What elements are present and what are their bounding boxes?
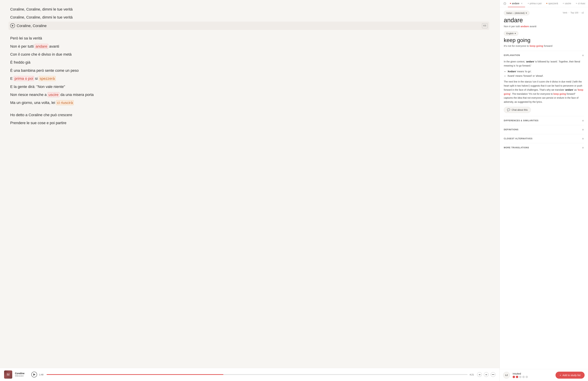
explanation-list: 'Andare' means 'to go'. 'Avanti' means '… xyxy=(507,70,584,78)
explanation-para-2: The next line in the stanza 'con il cuor… xyxy=(504,80,584,104)
level-label: L2 xyxy=(505,374,508,376)
word-highlight[interactable]: uscire xyxy=(48,92,59,97)
lyric-line-words[interactable]: Non è per tutti andare avanti xyxy=(10,42,489,50)
lyric-line[interactable]: Coraline, Coraline, dimmi le tue verità xyxy=(10,5,489,13)
word-context: Non è per tutti andare avanti xyxy=(504,25,584,28)
translation-lang-button[interactable]: English ▾ xyxy=(504,31,518,36)
translation-context: It's not for everyone to keep going forw… xyxy=(504,44,584,47)
translation-title: keep going xyxy=(504,37,584,43)
word-meta: Verb Top 100 x2 xyxy=(563,11,584,14)
tabs-bar: andare ✕ prima o poi spezzerà uscire ci … xyxy=(500,0,588,7)
explanation-li-2: 'Avanti' means 'forward' or 'ahead'. xyxy=(507,74,584,78)
lyric-line-active[interactable]: Coraline, CoralineCC xyxy=(8,21,489,30)
word-panel: Italian – (detected) ▾ Verb Top 100 x2 a… xyxy=(500,7,588,369)
explanation-title: EXPLANATION xyxy=(504,54,520,57)
tab-dot-prima xyxy=(528,3,529,4)
tab-spezzera[interactable]: spezzerà xyxy=(544,0,560,7)
closest-header[interactable]: CLOSEST ALTERNATIVES ∨ xyxy=(504,134,584,143)
tab-uscire[interactable]: uscire xyxy=(561,0,573,7)
tab-prima-o-poi[interactable]: prima o poi xyxy=(526,0,544,7)
tab-label-andare: andare xyxy=(512,2,519,5)
lyric-line-words[interactable]: Non riesce neanche a uscire da una miser… xyxy=(10,91,489,99)
word-highlight[interactable]: ci riuscirà xyxy=(56,100,74,105)
word-multiplier: x2 xyxy=(582,11,584,14)
tab-dot-ciriusc xyxy=(576,3,577,4)
definitions-title: DEFINITIONS xyxy=(504,128,519,131)
differences-header[interactable]: DIFFERENCES & SIMILARITIES ∨ xyxy=(504,116,584,125)
explanation-para-1: In the given context, 'andare' is follow… xyxy=(504,60,584,68)
more-translations-section: MORE TRANSLATIONS ∨ xyxy=(504,143,584,152)
lyric-line[interactable]: È una bambina però sente come un peso xyxy=(10,67,489,74)
dot-3 xyxy=(519,376,522,378)
tab-label-spezzera: spezzerà xyxy=(548,2,558,5)
source-lang-label: Italian – (detected) xyxy=(506,12,525,14)
translation-lang-dropdown-icon: ▾ xyxy=(515,32,516,35)
more-translations-chevron: ∨ xyxy=(582,146,584,149)
chat-label: Chat about this xyxy=(512,108,528,111)
tab-close-andare[interactable]: ✕ xyxy=(521,2,523,5)
more-translations-title: MORE TRANSLATIONS xyxy=(504,146,529,149)
add-study-icon: + xyxy=(560,374,561,377)
dot-2 xyxy=(516,376,518,378)
lyric-line[interactable]: Però lei sa la verità xyxy=(10,34,489,42)
progress-bar-fill xyxy=(47,374,223,375)
differences-chevron: ∨ xyxy=(582,119,584,122)
chat-about-this-button[interactable]: 💬 Chat about this xyxy=(504,107,531,113)
definitions-header[interactable]: DEFINITIONS ∨ xyxy=(504,125,584,134)
word-context-highlight: andare xyxy=(521,25,529,28)
lyric-line-multiword[interactable]: E prima o poi si spezzerà xyxy=(10,75,489,82)
word-type: Verb xyxy=(563,11,567,14)
explanation-li-1: 'Andare' means 'to go'. xyxy=(507,70,584,74)
progress-bar[interactable] xyxy=(47,374,467,375)
differences-title: DIFFERENCES & SIMILARITIES xyxy=(504,120,539,122)
more-options-button[interactable]: ••• xyxy=(491,372,495,377)
play-pause-button[interactable] xyxy=(31,372,37,378)
more-translations-header[interactable]: MORE TRANSLATIONS ∨ xyxy=(504,143,584,152)
add-to-study-list-button[interactable]: + Add to study list xyxy=(555,372,585,379)
lyric-line[interactable]: Coraline, Coraline, dimmi le tue verità xyxy=(10,13,489,21)
tab-andare[interactable]: andare ✕ xyxy=(508,0,525,7)
intuited-info: Intuited xyxy=(513,372,528,378)
lyric-line[interactable]: È freddo già xyxy=(10,59,489,66)
tab-label-prima: prima o poi xyxy=(530,2,542,5)
definitions-section: DEFINITIONS ∨ xyxy=(504,125,584,134)
add-study-label: Add to study list xyxy=(563,374,581,377)
explanation-header[interactable]: EXPLANATION ∧ xyxy=(504,51,584,60)
skip-back-button[interactable]: ⏮ xyxy=(477,372,482,377)
history-button[interactable] xyxy=(503,0,507,7)
lyric-line[interactable]: Con il cuore che è diviso in due metà xyxy=(10,51,489,58)
album-art xyxy=(4,370,12,379)
intuited-label: Intuited xyxy=(513,372,528,375)
song-artist: Måneskin xyxy=(15,375,29,377)
lyric-line[interactable]: E la gente dirà: "Non vale niente" xyxy=(10,83,489,90)
skip-forward-button[interactable]: ⏭ xyxy=(484,372,489,377)
kw-andare-1: andare xyxy=(526,60,534,63)
explanation-section: EXPLANATION ∧ In the given context, 'and… xyxy=(504,51,584,116)
play-inline-button[interactable] xyxy=(10,23,15,28)
lyric-line[interactable]: Ho detto a Coraline che può crescere xyxy=(10,111,489,119)
source-lang-button[interactable]: Italian – (detected) ▾ xyxy=(504,11,529,15)
word-highlight[interactable]: andare xyxy=(35,44,48,49)
word-frequency: Top 100 xyxy=(570,11,578,14)
tab-dot-andare xyxy=(510,3,511,4)
word-title: andare xyxy=(504,17,584,24)
bottom-bar: L2 Intuited + Add to study list xyxy=(500,369,588,381)
cc-badge[interactable]: CC xyxy=(482,23,488,28)
tab-ci-riusc[interactable]: ci riusc xyxy=(574,0,588,7)
tab-dot-uscire xyxy=(563,3,564,4)
closest-section: CLOSEST ALTERNATIVES ∨ xyxy=(504,134,584,143)
lyric-line[interactable]: Prendere le sue cose e poi partire xyxy=(10,119,489,127)
tab-label-ciriusc: ci riusc xyxy=(578,2,586,5)
time-total: 4:21 xyxy=(470,373,475,376)
word-highlight-1[interactable]: prima o poi xyxy=(14,76,34,81)
meta-dot-2 xyxy=(580,12,580,13)
time-current: 1:48 xyxy=(39,373,44,376)
left-panel: Coraline, Coraline, dimmi le tue veritàC… xyxy=(0,0,500,381)
lyric-line-words[interactable]: Ma un giorno, una volta, lei ci riuscirà xyxy=(10,99,489,106)
translation-context-highlight: keep going xyxy=(530,44,543,47)
word-highlight-2[interactable]: spezzerà xyxy=(39,76,56,81)
active-lyric-text: Coraline, Coraline xyxy=(17,23,47,29)
explanation-chevron: ∧ xyxy=(582,54,584,57)
meta-dot-1 xyxy=(568,12,569,13)
kw-andare-2: Andare xyxy=(508,70,516,73)
